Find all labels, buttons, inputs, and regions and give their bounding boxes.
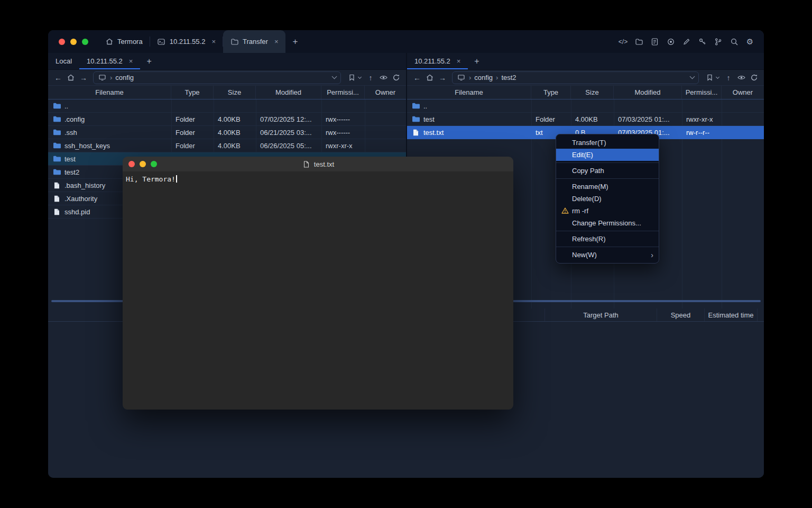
tab-termora-home[interactable]: Termora <box>98 30 150 53</box>
settings-gear-icon[interactable]: ⚙ <box>745 37 754 46</box>
tab-transfer[interactable]: Transfer × <box>223 30 285 53</box>
code-snippets-icon[interactable]: </> <box>619 37 628 46</box>
close-window-button[interactable] <box>59 39 65 45</box>
table-row[interactable]: .. <box>48 99 406 113</box>
file-icon <box>411 128 420 137</box>
tab-remote-host[interactable]: 10.211.55.2 × <box>79 53 140 69</box>
zoom-window-button[interactable] <box>151 161 157 167</box>
file-size: 4.00KB <box>214 126 256 139</box>
editor-content[interactable]: Hi, Termora! <box>123 171 513 410</box>
menu-item-rename[interactable]: Rename(M) <box>556 180 659 193</box>
filename: test <box>64 155 76 163</box>
close-tab-icon[interactable]: × <box>457 57 461 65</box>
menu-item-copy-path[interactable]: Copy Path <box>556 165 659 177</box>
parent-directory-button[interactable]: ↑ <box>723 72 734 84</box>
tab-label: Transfer <box>243 38 268 46</box>
column-header-owner[interactable]: Owner <box>722 86 764 99</box>
column-header-size[interactable]: Size <box>571 86 614 99</box>
breadcrumb-segment[interactable]: config <box>474 74 493 81</box>
folder-icon <box>52 128 61 137</box>
tab-remote-host[interactable]: 10.211.55.2 × <box>407 53 468 69</box>
git-branch-icon[interactable] <box>714 37 723 46</box>
key-icon[interactable] <box>698 37 707 46</box>
record-icon[interactable] <box>666 37 675 46</box>
column-header-owner[interactable]: Owner <box>365 86 406 99</box>
menu-item-rm-rf[interactable]: rm -rf <box>556 205 659 217</box>
file-permissions: rw-r--r-- <box>682 126 722 139</box>
column-header-estimated-time[interactable]: Estimated time <box>705 309 758 321</box>
search-icon[interactable] <box>730 37 739 46</box>
forward-button[interactable]: → <box>437 72 448 84</box>
refresh-button[interactable] <box>390 72 402 84</box>
new-tab-button[interactable]: + <box>285 30 306 53</box>
window-controls <box>48 30 98 53</box>
bookmark-button[interactable] <box>703 73 722 82</box>
file-owner <box>365 126 406 139</box>
menu-item-change-permissions[interactable]: Change Permissions... <box>556 217 659 229</box>
table-row[interactable]: .. <box>407 99 764 113</box>
column-header-type[interactable]: Type <box>171 86 214 99</box>
column-header-modified[interactable]: Modified <box>256 86 321 99</box>
show-hidden-files-button[interactable] <box>735 72 747 84</box>
table-row[interactable]: ssh_host_keys Folder 4.00KB 06/26/2025 0… <box>48 139 406 152</box>
column-header-permissions[interactable]: Permissi... <box>682 86 722 99</box>
table-row[interactable]: .config Folder 4.00KB 07/02/2025 12:... … <box>48 113 406 126</box>
minimize-window-button[interactable] <box>70 39 77 45</box>
chevron-down-icon[interactable] <box>332 74 337 79</box>
zoom-window-button[interactable] <box>82 39 88 45</box>
file-modified: 07/02/2025 12:... <box>256 113 321 125</box>
column-header-modified[interactable]: Modified <box>614 86 682 99</box>
menu-item-new[interactable]: New(W) › <box>556 249 659 261</box>
menu-item-edit[interactable]: Edit(E) <box>556 149 659 161</box>
edit-pencil-icon[interactable] <box>682 37 691 46</box>
back-button[interactable]: ← <box>52 72 64 84</box>
file-permissions: rwxr-xr-x <box>321 139 365 152</box>
breadcrumb-segment[interactable]: config <box>115 74 134 81</box>
tab-terminal-session[interactable]: 10.211.55.2 × <box>150 30 223 53</box>
editor-titlebar[interactable]: test.txt <box>123 157 513 171</box>
path-breadcrumb[interactable]: › config <box>93 71 341 84</box>
path-breadcrumb[interactable]: › config › test2 <box>452 71 699 84</box>
chevron-down-icon[interactable] <box>690 74 695 79</box>
close-tab-icon[interactable]: × <box>211 38 216 46</box>
close-window-button[interactable] <box>128 161 135 167</box>
show-hidden-files-button[interactable] <box>377 72 389 84</box>
table-row[interactable]: test Folder 4.00KB 07/03/2025 01:... rwx… <box>407 113 764 126</box>
menu-item-delete[interactable]: Delete(D) <box>556 193 659 205</box>
tab-label: 10.211.55.2 <box>170 38 206 46</box>
menu-item-refresh[interactable]: Refresh(R) <box>556 233 659 245</box>
refresh-button[interactable] <box>748 72 760 84</box>
menu-item-label: rm -rf <box>572 207 588 215</box>
table-row[interactable]: .ssh Folder 4.00KB 06/21/2025 03:... rwx… <box>48 126 406 139</box>
column-header-target-path[interactable]: Target Path <box>545 309 657 321</box>
bookmark-button[interactable] <box>345 73 364 82</box>
home-button[interactable] <box>424 72 436 84</box>
log-viewer-icon[interactable] <box>650 37 659 46</box>
filename: test <box>423 115 435 123</box>
breadcrumb-segment[interactable]: test2 <box>501 74 516 81</box>
terminal-icon <box>157 37 166 46</box>
computer-icon <box>457 73 466 82</box>
termora-window: Termora 10.211.55.2 × Transfer × + </> <box>48 30 764 478</box>
column-header-size[interactable]: Size <box>214 86 256 99</box>
parent-directory-button[interactable]: ↑ <box>365 72 376 84</box>
filename: test.txt <box>423 129 444 137</box>
transfer-folder-icon[interactable] <box>634 37 643 46</box>
column-header-speed[interactable]: Speed <box>657 309 705 321</box>
right-panel-toolbar: ← → › config › test2 <box>407 69 764 85</box>
file-icon <box>52 194 61 203</box>
back-button[interactable]: ← <box>411 72 423 84</box>
column-header-filename[interactable]: Filename <box>48 86 171 99</box>
tab-local[interactable]: Local <box>48 53 79 69</box>
forward-button[interactable]: → <box>78 72 89 84</box>
column-header-permissions[interactable]: Permissi... <box>321 86 365 99</box>
close-tab-icon[interactable]: × <box>274 38 279 46</box>
minimize-window-button[interactable] <box>140 161 146 167</box>
menu-item-transfer[interactable]: Transfer(T) <box>556 137 659 149</box>
close-tab-icon[interactable]: × <box>129 57 133 65</box>
column-header-filename[interactable]: Filename <box>407 86 531 99</box>
new-panel-tab-button[interactable]: + <box>468 53 485 69</box>
home-button[interactable] <box>65 72 77 84</box>
new-panel-tab-button[interactable]: + <box>140 53 158 69</box>
column-header-type[interactable]: Type <box>531 86 571 99</box>
